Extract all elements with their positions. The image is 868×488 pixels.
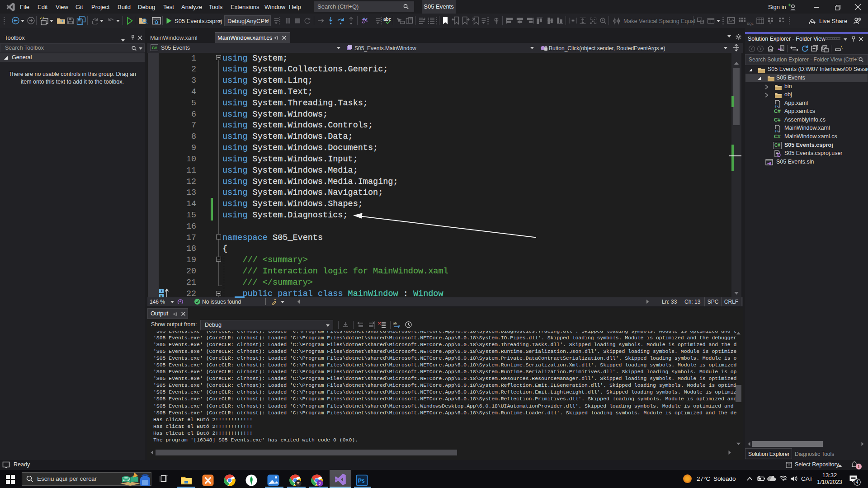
- svg-text:ab: ab: [393, 321, 397, 325]
- svg-text:Ps: Ps: [358, 478, 365, 484]
- svg-text:4: 4: [856, 480, 859, 485]
- svg-text:J: J: [319, 481, 321, 486]
